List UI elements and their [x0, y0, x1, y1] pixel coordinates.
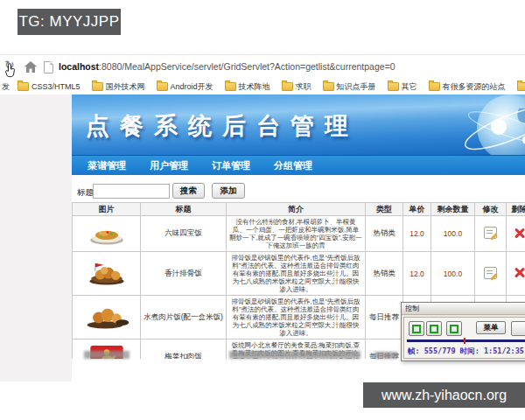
dish-title: 香汁排骨饭	[141, 252, 227, 296]
page-title: 点餐系统后台管理	[86, 110, 359, 142]
bookmark-item[interactable]: 技术阵地	[225, 81, 270, 93]
col-header-remaining: 剩余数量	[431, 203, 475, 216]
frame-time-status: 帧: 555/779 时间: 1:51/2:35	[408, 346, 524, 357]
blur-patch	[84, 351, 130, 359]
table-header-row: 图片 标题 简介 类型 单价 剩余数量 修改 删除	[73, 203, 525, 216]
bookmark-item[interactable]: 国外技术网	[92, 81, 145, 93]
col-header-edit: 修改	[475, 203, 507, 216]
nav-item-order-mgmt[interactable]: 订单管理	[212, 159, 250, 172]
folder-icon	[388, 82, 399, 91]
table-row: 六味四宝饭 没有什么特别的食材,半根胡萝卜、半根黄瓜、一个鸡蛋、一把虾皮和半碗剩…	[73, 216, 525, 252]
folder-icon	[92, 82, 103, 91]
bookmark-item[interactable]: Android开发	[157, 81, 214, 93]
nav-item-menu-mgmt[interactable]: 菜谱管理	[88, 159, 126, 172]
dish-price: 12.0	[403, 252, 431, 296]
control-window-titlebar[interactable]: 控制	[402, 303, 525, 315]
delete-cell	[507, 216, 525, 252]
folder-icon	[517, 82, 525, 91]
site-watermark-badge: www.zh-yihaocn.org	[363, 382, 525, 408]
folder-icon	[157, 82, 168, 91]
dish-type: 每日推荐	[366, 296, 403, 340]
bookmark-item[interactable]: 求职	[282, 81, 312, 93]
col-header-price: 单价	[403, 203, 431, 216]
browser-address-bar: ↻ localhost:8080/MealAppService/servlet/…	[0, 54, 525, 80]
slider-tick	[464, 338, 466, 344]
dish-photo-cell	[73, 216, 141, 252]
dish-photo-cell	[73, 296, 141, 340]
blur-patch	[374, 352, 397, 359]
dish-remaining: 100.0	[431, 216, 475, 252]
dish-remaining: 100.0	[431, 252, 475, 296]
bookmark-item[interactable]: 发	[2, 81, 10, 93]
dish-intro: 排骨饭是砂锅饭里的代表作,也是“先煮饭后放料”煮法的代表。这种煮法最适合排骨类红…	[227, 252, 366, 296]
dish-intro: 排骨饭是砂锅饭里的代表作,也是“先煮饭后放料”煮法的代表。这种煮法最适合排骨类红…	[227, 296, 366, 340]
col-header-image: 图片	[73, 203, 141, 216]
control-window-body: 菜单 帧: 555/779 时间: 1:51/2:35	[403, 317, 525, 359]
left-gutter	[0, 94, 72, 382]
col-header-intro: 简介	[227, 203, 366, 216]
home-icon[interactable]	[24, 60, 37, 76]
dish-photo	[82, 262, 131, 286]
col-header-title: 标题	[141, 203, 227, 216]
url-host: localhost	[59, 61, 99, 72]
hand-cursor-icon	[5, 63, 17, 81]
url-path: :8080/MealAppService/servlet/GridServlet…	[99, 61, 396, 72]
blur-patch	[229, 351, 360, 359]
bookmark-item[interactable]: CSS3/HTML5	[18, 82, 80, 91]
col-header-delete: 删除	[507, 203, 525, 216]
extra-button[interactable]	[511, 321, 525, 336]
media-glyph	[430, 325, 438, 333]
dish-price: 12.0	[403, 216, 431, 252]
tg-watermark-badge: TG: MYYJJPP	[18, 9, 121, 35]
page-icon	[44, 61, 53, 74]
add-button[interactable]: 添加	[212, 183, 245, 199]
bookmarks-bar: 发 CSS3/HTML5 国外技术网 Android开发 技术阵地 求职 知识点…	[0, 79, 525, 95]
folder-icon	[323, 82, 334, 91]
dish-title: 六味四宝饭	[141, 216, 227, 252]
media-button-3[interactable]	[446, 321, 462, 336]
folder-icon	[225, 82, 236, 91]
media-glyph	[450, 325, 458, 333]
dish-photo	[82, 305, 131, 330]
search-button[interactable]: 搜索	[172, 183, 205, 199]
globe-graphic	[436, 94, 525, 155]
edit-icon[interactable]	[484, 227, 497, 239]
delete-icon[interactable]	[514, 228, 525, 238]
media-button-1[interactable]	[409, 321, 424, 336]
screenshot-root: TG: MYYJJPP www.zh-yihaocn.org ↻ localho…	[0, 0, 525, 420]
folder-icon	[429, 82, 440, 91]
bookmark-item[interactable]: 知识点手册	[323, 81, 376, 93]
bookmark-item[interactable]: IT前端资讯	[517, 81, 525, 93]
nav-item-user-mgmt[interactable]: 用户管理	[150, 159, 188, 172]
menu-button[interactable]: 菜单	[476, 321, 506, 334]
nav-item-group-mgmt[interactable]: 分组管理	[274, 159, 312, 172]
edit-icon[interactable]	[484, 267, 497, 279]
folder-icon	[18, 82, 29, 91]
dish-type: 热销类	[366, 252, 403, 296]
control-window: 控制 菜单 帧: 555/779 时间: 1:51/2:35	[401, 302, 525, 361]
table-row: 香汁排骨饭 排骨饭是砂锅饭里的代表作,也是“先煮饭后放料”煮法的代表。这种煮法最…	[73, 252, 525, 296]
dish-intro: 没有什么特别的食材,半根胡萝卜、半根黄瓜、一个鸡蛋、一把虾皮和半碗剩米饭,简单翻…	[227, 216, 366, 252]
dish-title: 水煮肉片饭(配一盒米饭)	[141, 296, 227, 340]
media-button-2[interactable]	[426, 321, 442, 336]
dish-photo	[82, 221, 131, 246]
bookmark-item[interactable]: 有很多资源的站点	[429, 81, 506, 93]
col-header-type: 类型	[366, 203, 403, 216]
bookmark-item[interactable]: 其它	[388, 81, 417, 93]
title-filter-input[interactable]	[93, 184, 170, 199]
url-text[interactable]: localhost:8080/MealAppService/servlet/Gr…	[59, 61, 396, 72]
main-nav: 菜谱管理 用户管理 订单管理 分组管理	[72, 155, 525, 175]
progress-slider[interactable]	[407, 340, 525, 342]
app-banner: 点餐系统后台管理	[72, 94, 525, 155]
media-glyph	[412, 325, 421, 333]
edit-cell	[475, 216, 507, 252]
dish-type: 热销类	[366, 216, 403, 252]
dish-title: 梅菜扣肉饭	[141, 340, 227, 360]
delete-cell	[507, 252, 525, 296]
delete-icon[interactable]	[514, 268, 525, 278]
dish-photo-cell	[73, 252, 141, 296]
edit-cell	[475, 252, 507, 296]
folder-icon	[282, 82, 293, 91]
